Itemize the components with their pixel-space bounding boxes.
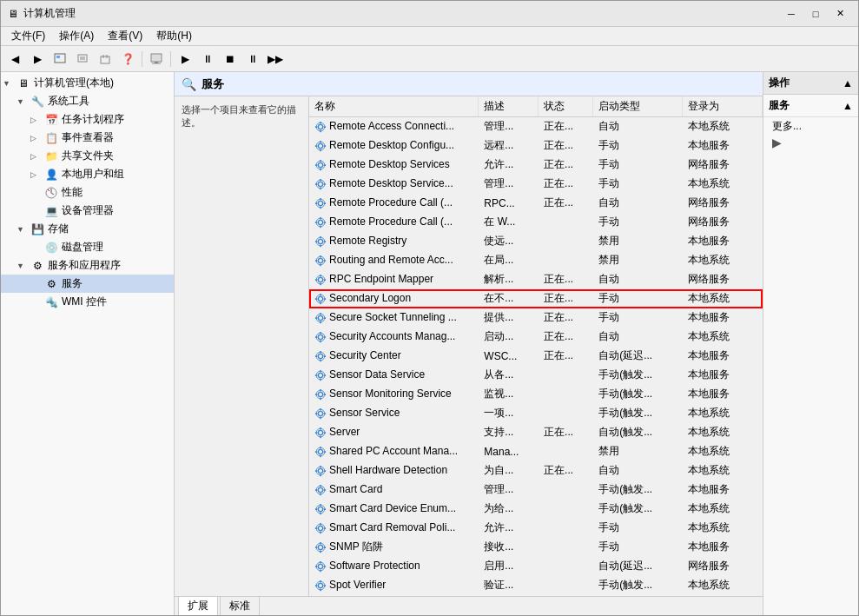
col-name[interactable]: 名称 [309,96,479,117]
right-panel-section-services: 服务 ▲ [763,95,858,117]
sidebar-item-shared-folders[interactable]: ▷ 📁 共享文件夹 [1,147,174,165]
table-row[interactable]: Smart Card管理...手动(触发...本地服务 [309,480,763,500]
table-row[interactable]: Remote Procedure Call (...在 W...手动网络服务 [309,213,763,232]
tab-extended[interactable]: 扩展 [178,596,218,615]
col-status[interactable]: 状态 [539,96,593,117]
toolbar-help[interactable]: ❓ [117,50,138,69]
svg-rect-149 [320,542,321,545]
table-row[interactable]: Shared PC Account Mana...Mana...禁用本地系统 [309,442,763,461]
menu-action[interactable]: 操作(A) [52,27,101,45]
service-startup-cell: 禁用 [593,442,683,461]
service-desc-cell: 接收... [479,538,539,557]
service-table-container[interactable]: 名称 描述 状态 启动类型 登录为 Remote Access Connecti… [309,96,763,596]
table-row[interactable]: Remote Access Connecti...管理...正在...自动本地系… [309,117,763,136]
table-row[interactable]: Remote Procedure Call (...RPC...正在...自动网… [309,194,763,213]
toolbar-btn4[interactable] [72,50,93,69]
main-window: 🖥 计算机管理 ─ □ ✕ 文件(F) 操作(A) 查看(V) 帮助(H) ◀ … [0,0,859,616]
table-row[interactable]: Remote Desktop Services允许...正在...手动网络服务 [309,156,763,175]
service-desc-cell: WSC... [479,347,539,366]
col-logon[interactable]: 登录为 [683,96,763,117]
svg-rect-92 [324,355,327,357]
service-status-cell: 正在... [539,136,593,156]
menu-help[interactable]: 帮助(H) [149,27,199,45]
svg-point-88 [316,352,325,361]
table-row[interactable]: Remote Desktop Configu...远程...正在...手动本地服… [309,136,763,156]
table-row[interactable]: Shell Hardware Detection为自...正在...自动本地系统 [309,461,763,480]
svg-point-21 [318,143,322,148]
toolbar-forward[interactable]: ▶ [27,50,48,69]
service-logon-cell: 本地系统 [683,175,763,194]
svg-point-118 [316,447,325,456]
toolbar-stop[interactable]: ⏹ [220,50,241,69]
toolbar-connect[interactable] [146,50,167,69]
service-logon-cell: 本地服务 [683,480,763,500]
toolbar-up[interactable] [50,50,70,69]
table-row[interactable]: Software Protection启用...自动(延迟...网络服务 [309,557,763,576]
svg-rect-143 [320,523,321,526]
table-row[interactable]: SNMP 陷阱接收...手动本地服务 [309,538,763,557]
tab-standard[interactable]: 标准 [220,596,260,615]
table-row[interactable]: Sensor Service一项...手动(触发...本地系统 [309,404,763,423]
service-status-cell: 正在... [539,289,593,308]
right-panel-more[interactable]: 更多... [763,117,858,136]
sidebar-item-local-users[interactable]: ▷ 👤 本地用户和组 [1,165,174,183]
table-row[interactable]: Smart Card Device Enum...为给...手动(触发...本地… [309,500,763,519]
svg-rect-128 [324,470,327,472]
menu-view[interactable]: 查看(V) [101,27,149,45]
service-startup-cell: 手动 [593,156,683,175]
sidebar-item-services-apps[interactable]: ▼ ⚙ 服务和应用程序 [1,256,174,275]
service-status-cell: 正在... [539,117,593,136]
table-row[interactable]: Secondary Logon在不...正在...手动本地系统 [309,289,763,308]
service-name-cell: Remote Desktop Configu... [309,136,479,156]
toolbar-play[interactable]: ▶ [175,50,195,69]
menu-file[interactable]: 文件(F) [4,27,52,45]
right-panel-arrow[interactable]: ▶ [772,136,858,149]
service-status-cell [539,232,593,251]
svg-point-124 [316,467,325,475]
toolbar-restart[interactable]: ▶▶ [265,50,286,69]
table-row[interactable]: Smart Card Removal Poli...允许...手动本地系统 [309,519,763,538]
sidebar-item-device-manager[interactable]: 💻 设备管理器 [1,202,174,220]
table-row[interactable]: Server支持...正在...自动(触发...本地系统 [309,423,763,442]
sidebar-item-disk-management[interactable]: 💿 磁盘管理 [1,238,174,256]
service-name-cell: Remote Desktop Service... [309,175,479,194]
sidebar-item-services[interactable]: ⚙ 服务 [1,275,174,293]
sidebar-root[interactable]: ▼ 🖥 计算机管理(本地) [1,74,174,92]
close-button[interactable]: ✕ [829,5,851,23]
right-panel-collapse-icon[interactable]: ▲ [842,77,853,89]
table-row[interactable]: RPC Endpoint Mapper解析...正在...自动网络服务 [309,270,763,289]
device-manager-icon: 💻 [44,204,58,218]
service-name-cell: Remote Desktop Services [309,156,479,175]
toolbar-back[interactable]: ◀ [4,50,25,69]
col-desc[interactable]: 描述 [479,96,539,117]
service-logon-cell: 本地系统 [683,500,763,519]
svg-rect-49 [315,222,318,223]
service-logon-cell: 本地系统 [683,461,763,480]
table-row[interactable]: Routing and Remote Acc...在局...禁用本地系统 [309,251,763,270]
table-row[interactable]: Security Accounts Manag...启动...正在...自动本地… [309,328,763,347]
sidebar-item-task-scheduler[interactable]: ▷ 📅 任务计划程序 [1,110,174,129]
service-status-cell [539,480,593,500]
svg-rect-74 [324,298,327,300]
table-row[interactable]: Sensor Monitoring Service监视...手动(触发...本地… [309,385,763,404]
table-row[interactable]: Remote Desktop Service...管理...正在...手动本地系… [309,175,763,194]
col-startup[interactable]: 启动类型 [593,96,683,117]
toolbar-btn5[interactable] [95,50,116,69]
table-row[interactable]: Remote Registry使远...禁用本地服务 [309,232,763,251]
shared-folders-label: 共享文件夹 [62,149,114,163]
minimize-button[interactable]: ─ [780,5,803,23]
sidebar-item-performance[interactable]: 性能 [1,183,174,202]
table-row[interactable]: Sensor Data Service从各...手动(触发...本地服务 [309,366,763,385]
service-desc-cell: 监视... [479,385,539,404]
sidebar-item-wmi[interactable]: 🔩 WMI 控件 [1,293,174,311]
maximize-button[interactable]: □ [804,5,827,23]
sidebar-item-storage[interactable]: ▼ 💾 存储 [1,220,174,238]
table-row[interactable]: Secure Socket Tunneling ...提供...正在...手动本… [309,308,763,328]
svg-point-15 [318,124,322,129]
sidebar-item-event-viewer[interactable]: ▷ 📋 事件查看器 [1,129,174,147]
toolbar-pause2[interactable]: ⏸ [242,50,263,69]
toolbar-pause[interactable]: ⏸ [197,50,218,69]
table-row[interactable]: Security CenterWSC...正在...自动(延迟...本地服务 [309,347,763,366]
sidebar-item-system-tools[interactable]: ▼ 🔧 系统工具 [1,92,174,110]
table-row[interactable]: Spot Verifier验证...手动(触发...本地系统 [309,576,763,595]
